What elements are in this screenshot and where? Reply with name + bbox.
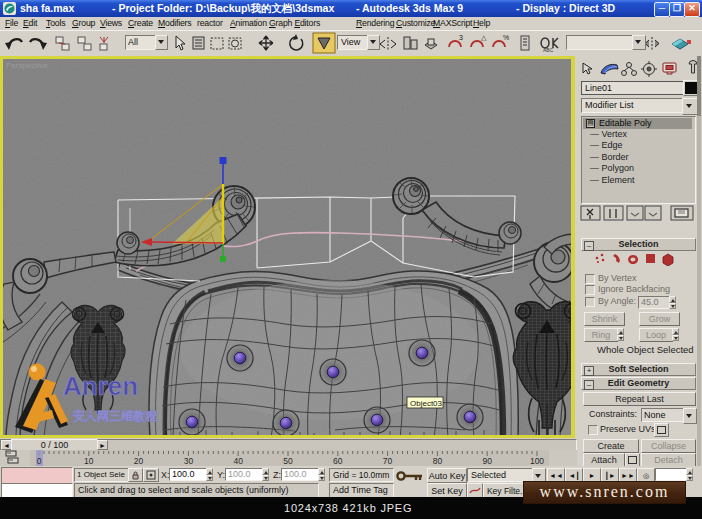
svg-text:90: 90 <box>482 456 492 466</box>
svg-text:0: 0 <box>37 456 42 466</box>
svg-text:50: 50 <box>283 456 293 466</box>
svg-text:ABC: ABC <box>543 47 554 53</box>
svg-text:3: 3 <box>459 34 463 41</box>
svg-text:60: 60 <box>333 456 343 466</box>
svg-text:10: 10 <box>84 456 94 466</box>
svg-text:40: 40 <box>233 456 243 466</box>
svg-text:△: △ <box>481 34 487 41</box>
svg-text:80: 80 <box>433 456 443 466</box>
svg-text:%: % <box>503 34 509 41</box>
svg-text:100: 100 <box>530 456 544 466</box>
svg-text:70: 70 <box>383 456 393 466</box>
svg-text:20: 20 <box>134 456 144 466</box>
svg-text:30: 30 <box>184 456 194 466</box>
